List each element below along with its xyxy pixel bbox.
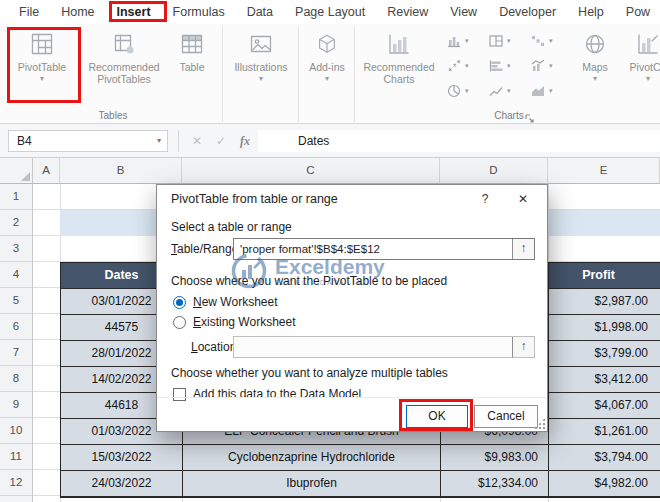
insert-area-chart-button[interactable]: ▾ xyxy=(530,80,553,102)
tab-view[interactable]: View xyxy=(439,0,488,24)
cell-profit[interactable]: $1,261.00 xyxy=(549,419,660,445)
row-header-11[interactable]: 11 xyxy=(0,444,33,470)
range-picker-icon[interactable]: ↑ xyxy=(512,337,534,357)
insert-bar-chart-button[interactable]: ▾ xyxy=(488,55,511,77)
maps-button[interactable]: Maps ▾ xyxy=(574,28,616,104)
recommended-charts-icon xyxy=(386,28,412,60)
radio-new-worksheet[interactable]: New Worksheet xyxy=(173,293,277,311)
column-header-a[interactable]: A xyxy=(33,158,60,184)
help-button[interactable]: ? xyxy=(471,185,499,213)
radio-selected-icon xyxy=(173,296,186,309)
column-header-b[interactable]: B xyxy=(60,158,182,184)
maps-icon xyxy=(583,28,607,60)
insert-column-chart-button[interactable]: ▾ xyxy=(446,30,469,52)
row-header-9[interactable]: 9 xyxy=(0,392,33,418)
row-header-5[interactable]: 5 xyxy=(0,288,33,314)
pivotchart-label: PivotCh xyxy=(630,61,660,73)
enter-formula-button[interactable]: ✓ xyxy=(210,130,232,152)
radio-existing-worksheet[interactable]: Existing Worksheet xyxy=(173,313,296,331)
cell-date[interactable]: 24/03/2022 xyxy=(61,471,183,497)
tab-home[interactable]: Home xyxy=(50,0,105,24)
pivottable-dialog: PivotTable from table or range ? ✕ Selec… xyxy=(156,184,548,432)
row-header-2[interactable]: 2 xyxy=(0,210,33,236)
table-row: 15/03/2022Cyclobenzaprine Hydrochloride$… xyxy=(61,445,660,471)
tab-developer[interactable]: Developer xyxy=(488,0,567,24)
insert-line-chart-button[interactable]: ▾ xyxy=(488,80,511,102)
location-input[interactable] xyxy=(233,336,535,358)
cell-date[interactable]: 15/03/2022 xyxy=(61,445,183,471)
table-label: Table xyxy=(179,61,204,73)
checkbox-data-model[interactable]: Add this data to the Data Model xyxy=(173,385,361,403)
row-header-1[interactable]: 1 xyxy=(0,184,33,210)
tab-pow[interactable]: Pow xyxy=(615,0,660,24)
row-header-7[interactable]: 7 xyxy=(0,340,33,366)
table-range-inputwrap: 'proper format'!$B$4:$E$12 ↑ xyxy=(233,237,535,261)
ribbon-tabs: FileHomeInsertFormulasDataPage LayoutRev… xyxy=(0,0,660,24)
insert-function-button[interactable]: fx xyxy=(234,130,256,152)
tab-insert[interactable]: Insert xyxy=(106,0,162,24)
cell-value-d[interactable]: $9,983.00 xyxy=(441,445,549,471)
column-header-d[interactable]: D xyxy=(440,158,548,184)
pie-chart-icon xyxy=(446,84,462,98)
range-picker-icon[interactable]: ↑ xyxy=(512,239,534,259)
insert-treemap-chart-button[interactable]: ▾ xyxy=(488,30,511,52)
tab-data[interactable]: Data xyxy=(236,0,284,24)
row-headers: 123456789101112 xyxy=(0,0,33,502)
radio-unselected-icon xyxy=(173,316,186,329)
column-header-c[interactable]: C xyxy=(182,158,440,184)
cell-profit[interactable]: $4,067.00 xyxy=(549,393,660,419)
recommended-pivottables-label: Recommended PivotTables xyxy=(84,61,164,85)
cell-profit[interactable]: $2,987.00 xyxy=(549,289,660,315)
row-header-4[interactable]: 4 xyxy=(0,262,33,288)
row-header-6[interactable]: 6 xyxy=(0,314,33,340)
tab-review[interactable]: Review xyxy=(376,0,439,24)
cell-profit[interactable]: $4,982.00 xyxy=(549,471,660,497)
table-button[interactable]: Table xyxy=(170,28,214,104)
row-header-12[interactable]: 12 xyxy=(0,470,33,496)
cell-profit[interactable]: $3,412.00 xyxy=(549,367,660,393)
cell-value-d[interactable]: $12,334.00 xyxy=(441,471,549,497)
pivotchart-button[interactable]: PivotCh ▾ xyxy=(620,28,660,104)
section-multiple-tables: Choose whether you want to analyze multi… xyxy=(171,365,533,381)
column-header-e[interactable]: E xyxy=(548,158,660,184)
insert-scatter-chart-button[interactable]: ▾ xyxy=(446,55,469,77)
illustrations-label: Illustrations xyxy=(234,61,287,73)
close-button[interactable]: ✕ xyxy=(509,185,537,213)
header-profit[interactable]: Profit xyxy=(549,263,660,289)
cell-product[interactable]: Cyclobenzaprine Hydrochloride xyxy=(183,445,441,471)
tab-formulas[interactable]: Formulas xyxy=(162,0,236,24)
cell-product[interactable]: Ibuprofen xyxy=(183,471,441,497)
checkbox-unchecked-icon xyxy=(173,388,186,401)
cell-profit[interactable]: $1,998.00 xyxy=(549,315,660,341)
add-ins-button[interactable]: Add-ins ▾ xyxy=(304,28,350,104)
ok-button[interactable]: OK xyxy=(406,405,468,428)
column-chart-icon xyxy=(446,34,462,48)
charts-group-label: Charts xyxy=(434,108,584,124)
formula-input[interactable]: Dates xyxy=(258,130,660,152)
cell-profit[interactable]: $3,794.00 xyxy=(549,445,660,471)
cell-profit[interactable]: $3,799.00 xyxy=(549,341,660,367)
chevron-down-icon: ▾ xyxy=(507,37,511,45)
row-header-10[interactable]: 10 xyxy=(0,418,33,444)
illustrations-button[interactable]: Illustrations ▾ xyxy=(228,28,294,104)
tab-help[interactable]: Help xyxy=(567,0,615,24)
tab-page-layout[interactable]: Page Layout xyxy=(284,0,376,24)
pivotchart-icon xyxy=(635,28,660,60)
radio-new-worksheet-label: New Worksheet xyxy=(193,295,277,309)
cancel-button[interactable]: Cancel xyxy=(474,405,538,428)
insert-waterfall-chart-button[interactable]: ▾ xyxy=(530,30,553,52)
charts-dialog-launcher-icon[interactable] xyxy=(524,110,536,122)
insert-combo-chart-button[interactable]: ▾ xyxy=(530,55,553,77)
row-header-3[interactable]: 3 xyxy=(0,236,33,262)
recommended-pivottables-button[interactable]: Recommended PivotTables xyxy=(84,28,164,104)
area-chart-icon xyxy=(530,84,546,98)
cancel-formula-button[interactable]: ✕ xyxy=(186,130,208,152)
checkbox-data-model-label: Add this data to the Data Model xyxy=(193,387,361,401)
row-header-8[interactable]: 8 xyxy=(0,366,33,392)
table-range-input[interactable]: 'proper format'!$B$4:$E$12 xyxy=(233,238,535,260)
insert-pie-chart-button[interactable]: ▾ xyxy=(446,80,469,102)
dialog-titlebar[interactable]: PivotTable from table or range ? ✕ xyxy=(157,185,547,213)
chevron-down-icon: ▾ xyxy=(507,62,511,70)
line-chart-icon xyxy=(488,84,504,98)
recommended-charts-button[interactable]: Recommended Charts xyxy=(360,28,438,104)
